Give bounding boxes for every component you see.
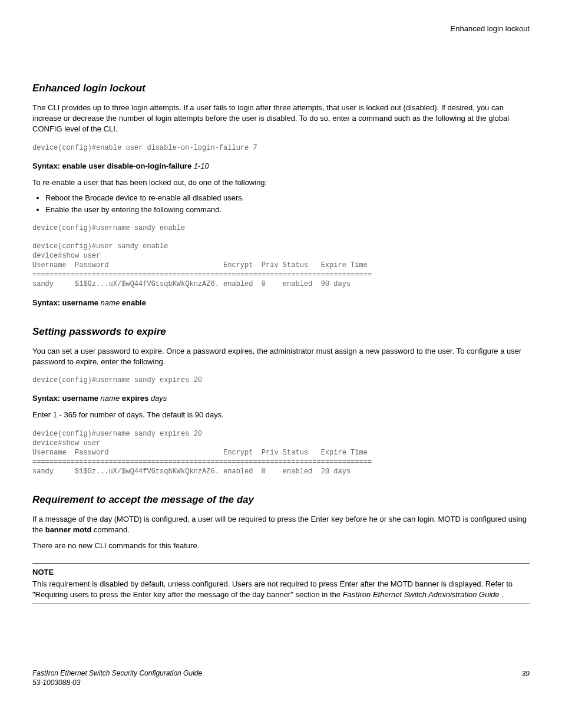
- note-text-b: .: [500, 590, 504, 599]
- section3-para2: There are no new CLI commands for this f…: [32, 541, 530, 551]
- page-header-title: Enhanced login lockout: [32, 24, 530, 34]
- syntax-italic: name: [98, 298, 120, 307]
- section1-bullets: Reboot the Brocade device to re-enable a…: [32, 193, 530, 215]
- footer-doc-number: 53-1003088-03: [32, 678, 202, 688]
- section3-para1: If a message of the day (MOTD) is config…: [32, 514, 530, 535]
- section1-para1: The CLI provides up to three login attem…: [32, 103, 530, 135]
- syntax-italic: 1-10: [191, 162, 209, 170]
- section1-code1: device(config)#enable user disable-on-lo…: [32, 143, 530, 153]
- para-text-b: command.: [91, 525, 129, 534]
- syntax-italic: days: [148, 394, 167, 403]
- note-label: NOTE: [32, 567, 530, 578]
- section2-para1: You can set a user password to expire. O…: [32, 346, 530, 367]
- footer-left: FastIron Ethernet Switch Security Config…: [32, 669, 202, 687]
- footer-page-number: 39: [522, 669, 530, 687]
- section3-heading: Requirement to accept the message of the…: [32, 493, 530, 507]
- syntax-bold: enable: [120, 298, 146, 307]
- para-bold: banner motd: [45, 525, 92, 534]
- section1-syntax2: Syntax: username name enable: [32, 298, 530, 308]
- note-text: This requirement is disabled by default,…: [32, 579, 530, 600]
- section1-code3: device(config)#user sandy enable device#…: [32, 242, 530, 289]
- syntax-italic: name: [98, 394, 120, 403]
- note-block: NOTE This requirement is disabled by def…: [32, 563, 530, 605]
- syntax-bold: expires: [120, 394, 148, 403]
- section1-heading: Enhanced login lockout: [32, 81, 530, 95]
- section1-bullet1: Reboot the Brocade device to re-enable a…: [45, 193, 530, 203]
- section2-para2: Enter 1 - 365 for number of days. The de…: [32, 410, 530, 420]
- section1-code2: device(config)#username sandy enable: [32, 223, 530, 233]
- section1-syntax1: Syntax: enable user disable-on-login-fai…: [32, 161, 530, 172]
- syntax-bold: Syntax: username: [32, 394, 98, 403]
- section2-heading: Setting passwords to expire: [32, 325, 530, 339]
- section2-code2: device(config)#username sandy expires 20…: [32, 429, 530, 477]
- syntax-bold: Syntax: username: [32, 298, 98, 307]
- section2-syntax1: Syntax: username name expires days: [32, 393, 530, 404]
- section1-para2: To re-enable a user that has been locked…: [32, 177, 530, 188]
- footer-guide-title: FastIron Ethernet Switch Security Config…: [32, 669, 202, 678]
- syntax-bold: Syntax: enable user disable-on-login-fai…: [32, 162, 191, 170]
- page-footer: FastIron Ethernet Switch Security Config…: [32, 669, 530, 687]
- section2-code1: device(config)#username sandy expires 20: [32, 375, 530, 385]
- note-italic: FastIron Ethernet Switch Administration …: [343, 590, 500, 599]
- section1-bullet2: Enable the user by entering the followin…: [45, 205, 530, 215]
